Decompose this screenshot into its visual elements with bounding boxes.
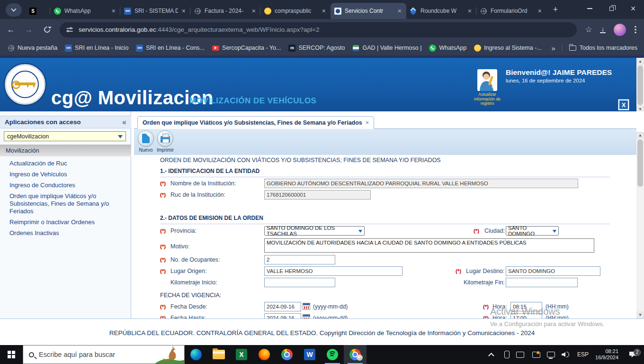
scroll-down-icon[interactable]: ▼ bbox=[636, 311, 644, 318]
imprimir-button[interactable]: Imprimir bbox=[156, 130, 175, 153]
network-icon[interactable] bbox=[547, 352, 555, 357]
tab-close-icon[interactable]: × bbox=[537, 7, 543, 15]
sidebar-item-ingreso-vehiculos[interactable]: Ingreso de Vehículos bbox=[9, 171, 124, 178]
tab-close-icon[interactable]: × bbox=[321, 7, 327, 15]
reload-button[interactable] bbox=[40, 23, 54, 37]
bookmarks-overflow-icon[interactable]: » bbox=[551, 44, 555, 52]
tab-close-icon[interactable]: × bbox=[397, 7, 402, 15]
sidebar-item-actualizacion-ruc[interactable]: Actualización de Ruc bbox=[9, 160, 124, 167]
search-highlight-kangaroo-image[interactable] bbox=[155, 346, 184, 364]
bookmark-star-icon[interactable]: ☆ bbox=[581, 25, 596, 35]
browser-tab-sri[interactable]: SRI SRI - SISTEMA D × bbox=[120, 3, 190, 19]
tab-close-icon[interactable]: × bbox=[111, 7, 116, 15]
lugar-origen-input[interactable] bbox=[264, 266, 402, 276]
scrollbar-thumb[interactable] bbox=[637, 139, 643, 187]
search-placeholder: Escribe aquí para buscar bbox=[39, 351, 115, 358]
update-status-icon[interactable] bbox=[516, 352, 540, 358]
kilometraje-fin-input[interactable] bbox=[506, 278, 578, 287]
nombre-institucion-input[interactable] bbox=[264, 179, 578, 188]
application-select[interactable]: cgeMovilizacion bbox=[4, 131, 126, 141]
user-avatar[interactable] bbox=[477, 69, 497, 91]
lugar-origen-label: Lugar Origen: bbox=[170, 266, 206, 276]
nuevo-button[interactable]: Nuevo bbox=[136, 130, 155, 153]
address-bar[interactable]: servicios.contraloria.gob.ec:4443/cge_ar… bbox=[60, 22, 577, 37]
sidebar-item-ingreso-conductores[interactable]: Ingreso de Conductores bbox=[9, 182, 124, 189]
taskbar-firefox[interactable] bbox=[253, 345, 276, 364]
chevron-down-icon bbox=[358, 230, 362, 235]
scroll-up-icon[interactable]: ▲ bbox=[636, 132, 644, 139]
browser-tab-servicios-active[interactable]: Servicios Contr × bbox=[331, 3, 406, 19]
browser-tab-pinned[interactable]: S bbox=[26, 3, 50, 19]
session-close-button[interactable]: X bbox=[618, 100, 629, 110]
calendar-icon[interactable] bbox=[303, 314, 310, 318]
form-title: ORDEN DE MOVILIZACIÓN CON VIÁTICOS Y/O S… bbox=[160, 157, 441, 164]
forward-button[interactable]: → bbox=[22, 23, 36, 37]
browser-menu-icon[interactable] bbox=[630, 26, 641, 34]
globe-icon bbox=[8, 45, 14, 51]
volume-icon[interactable] bbox=[562, 352, 569, 357]
browser-tab-whatsapp[interactable]: WhatsApp × bbox=[50, 3, 120, 19]
language-indicator[interactable]: ESP bbox=[577, 351, 589, 358]
scrollbar-thumb[interactable] bbox=[637, 65, 643, 105]
new-tab-button[interactable]: + bbox=[549, 3, 562, 16]
window-minimize-button[interactable] bbox=[579, 0, 600, 17]
bookmark-whatsapp[interactable]: WhatsApp bbox=[429, 45, 466, 52]
browser-tab-roundcube[interactable]: Roundcube W × bbox=[406, 3, 476, 19]
document-tab[interactable]: Orden que implique Viáticos y/o Subsiste… bbox=[137, 116, 374, 129]
bookmark-sri-inicio[interactable]: SRI SRI en Línea - Inicio bbox=[65, 45, 128, 52]
tab-search-icon[interactable] bbox=[6, 3, 22, 17]
bookmark-nueva-pestana[interactable]: Nueva pestaña bbox=[8, 45, 57, 52]
scroll-up-icon[interactable]: ▲ bbox=[636, 58, 644, 65]
bookmark-ingreso-sistema[interactable]: Ingreso al Sistema -... bbox=[474, 45, 542, 52]
bookmark-gad-valle-hermoso[interactable]: GAD | Valle Hermoso | bbox=[352, 45, 421, 52]
taskbar-chrome-active[interactable] bbox=[344, 345, 367, 364]
document-tab-close-icon[interactable]: × bbox=[366, 119, 369, 126]
taskbar-file-explorer[interactable] bbox=[207, 345, 230, 364]
kilometraje-inicio-input[interactable] bbox=[264, 278, 335, 287]
taskbar-chrome[interactable] bbox=[276, 345, 298, 364]
tab-close-icon[interactable]: × bbox=[181, 7, 187, 15]
browser-tab-factura[interactable]: Factura - 2024- × bbox=[190, 3, 260, 19]
header-frame-scrollbar[interactable]: ▲ ▼ bbox=[636, 58, 644, 114]
window-restore-button[interactable] bbox=[600, 0, 622, 17]
collapse-sidebar-icon[interactable]: « bbox=[122, 118, 126, 127]
start-button[interactable] bbox=[0, 345, 23, 364]
sidebar-item-orden-viaticos[interactable]: Orden que implique Viáticos y/o Subsiste… bbox=[9, 192, 124, 215]
taskbar-edge[interactable] bbox=[185, 345, 207, 364]
ciudad-select[interactable]: SANTO DOMINGO bbox=[506, 226, 559, 236]
avatar-caption[interactable]: Actualizar información de registro bbox=[472, 92, 503, 106]
site-settings-icon[interactable] bbox=[66, 27, 73, 33]
taskbar-word[interactable]: W bbox=[298, 345, 321, 364]
browser-profile-avatar[interactable] bbox=[614, 24, 626, 36]
back-button[interactable]: ← bbox=[4, 23, 18, 37]
notification-center-button[interactable]: 2 bbox=[624, 352, 642, 358]
sidebar-item-ordenes-inactivas[interactable]: Ordenes Inactivas bbox=[9, 229, 124, 237]
tray-expand-icon[interactable] bbox=[488, 353, 494, 359]
tab-close-icon[interactable]: × bbox=[251, 7, 257, 15]
browser-tab-formulario[interactable]: FormularioOrd × bbox=[476, 3, 546, 19]
ocupantes-input[interactable] bbox=[264, 255, 335, 264]
motivo-textarea[interactable]: MOVILIZACIÓN DE AUTORIDADES HACIA LA CIU… bbox=[264, 238, 594, 253]
your-phone-icon[interactable] bbox=[504, 351, 510, 358]
downloads-icon[interactable]: ↓ bbox=[596, 26, 610, 33]
sidebar-item-reimprimir-inactivar[interactable]: Reimprimir o Inactivar Ordenes bbox=[9, 218, 124, 226]
tab-close-icon[interactable]: × bbox=[467, 7, 473, 15]
bookmark-sercopcapacita[interactable]: SercopCapacita - Yo... bbox=[212, 45, 281, 52]
sidebar-group-movilizacion[interactable]: Movilización bbox=[0, 145, 131, 156]
calendar-icon[interactable] bbox=[303, 303, 310, 310]
taskbar-excel[interactable]: X bbox=[230, 345, 253, 364]
all-bookmarks-label[interactable]: Todos los marcadores bbox=[580, 45, 637, 51]
lugar-destino-input[interactable] bbox=[506, 266, 600, 276]
bookmark-sercop-agosto[interactable]: m SERCOP: Agosto bbox=[288, 45, 345, 52]
provincia-select[interactable]: SANTO DOMINGO DE LOS TSACHILAS bbox=[264, 226, 365, 236]
taskbar-clock[interactable]: 08:21 16/9/2024 bbox=[595, 348, 618, 361]
taskbar-search-box[interactable]: Escribe aquí para buscar bbox=[23, 345, 185, 364]
bookmark-sri-consultas[interactable]: SRI SRI en Línea - Cons... bbox=[136, 45, 205, 52]
window-close-button[interactable]: × bbox=[622, 0, 644, 17]
fecha-desde-input[interactable] bbox=[264, 302, 301, 311]
content-scrollbar[interactable]: ▲ ▼ bbox=[636, 132, 644, 318]
taskbar-spotify[interactable] bbox=[321, 345, 344, 364]
ruc-institucion-input[interactable] bbox=[264, 190, 371, 200]
browser-tab-compraspublicas[interactable]: compraspublic × bbox=[260, 3, 331, 19]
fecha-hasta-input[interactable] bbox=[264, 313, 301, 318]
